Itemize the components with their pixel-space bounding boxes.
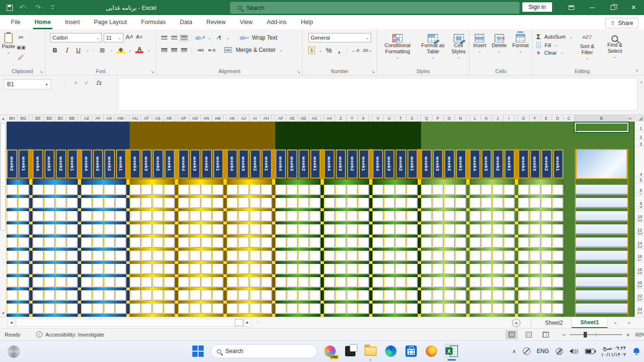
hscroll-right-icon[interactable]: ► [244,319,251,327]
week-cell[interactable]: week4 [372,149,383,179]
grid-cell[interactable] [55,304,66,314]
grid-cell[interactable] [529,290,541,301]
grid-cell[interactable] [347,290,358,301]
grid-cell[interactable] [455,185,466,195]
grid-cell[interactable] [541,224,552,235]
week-cell[interactable]: week1 [407,149,418,179]
grid-cell[interactable] [504,211,515,222]
page-layout-view-button[interactable] [522,330,535,339]
grid-cell[interactable] [55,238,66,248]
grid-cell[interactable] [421,251,432,261]
grid-cell[interactable] [406,277,418,288]
row-header[interactable]: 25 [635,312,644,315]
grid-cell[interactable] [324,304,335,314]
share-button[interactable]: ⇧Share [605,18,638,28]
grid-cell[interactable] [492,224,504,235]
grid-cell[interactable] [66,277,78,288]
tab-view[interactable]: View [233,15,260,29]
grid-cell[interactable] [287,198,298,208]
b-column-cell[interactable] [576,264,627,274]
grid-cell[interactable] [298,185,309,195]
name-box[interactable]: B1▾ [4,79,51,90]
grid-cell[interactable] [33,290,44,301]
grid-cell[interactable] [238,185,249,195]
grid-cell[interactable] [201,211,212,222]
grid-cell[interactable] [261,198,272,208]
grid-cell[interactable] [66,290,78,301]
grid-cell[interactable] [455,238,466,248]
grid-cell[interactable] [261,304,272,314]
grid-cell[interactable] [372,277,384,288]
row-header[interactable]: 16 [635,249,644,259]
copilot-button[interactable]: PRE [322,344,338,359]
grid-cell[interactable] [395,185,406,195]
week-cell[interactable]: week1 [18,149,29,179]
column-header[interactable]: O [444,115,455,122]
grid-cell[interactable] [212,290,223,301]
grid-cell[interactable] [104,264,115,274]
grid-cell[interactable] [324,198,335,208]
grid-cell[interactable] [309,198,321,208]
zoom-out-icon[interactable]: − [562,331,566,338]
week-cell[interactable]: week2 [347,149,358,179]
b-column-cell[interactable] [576,277,627,288]
grid-cell[interactable] [227,264,238,274]
b-column-cell[interactable] [576,238,627,248]
week-cell[interactable]: week3 [141,149,152,179]
grid-cell[interactable] [481,224,492,235]
week-cell[interactable]: week2 [541,149,552,179]
notifications-bell-icon[interactable] [633,347,640,355]
week-cell[interactable]: week1 [213,149,224,179]
grid-cell[interactable] [55,185,66,195]
start-button[interactable] [190,344,206,359]
zoom-level[interactable]: 60% [636,332,644,337]
grid-cell[interactable] [141,277,152,288]
grid-cell[interactable] [298,251,309,261]
grid-cell[interactable] [518,251,529,261]
grid-cell[interactable] [261,251,272,261]
grid-cell[interactable] [529,224,541,235]
font-dialog-launcher[interactable]: ↘ [150,69,154,74]
close-button[interactable]: × [623,0,644,15]
grid-cell[interactable] [335,198,347,208]
row-header[interactable]: 10 [635,209,644,220]
grid-cell[interactable] [249,198,261,208]
grid-cell[interactable] [481,198,492,208]
grid-cell[interactable] [227,198,238,208]
grid-cell[interactable] [141,290,152,301]
column-header[interactable]: AZ [81,115,92,122]
grid-cell[interactable] [275,264,287,274]
grid-cell[interactable] [335,211,347,222]
grid-cell[interactable] [432,251,444,261]
grid-cell[interactable] [358,304,369,314]
column-header[interactable]: AM [212,115,223,122]
grid-cell[interactable] [470,238,481,248]
grid-cell[interactable] [309,224,321,235]
grid-cell[interactable] [518,304,529,314]
column-header[interactable]: P [432,115,444,122]
grid-cell[interactable] [164,211,175,222]
grid-cell[interactable] [178,277,190,288]
grid-cell[interactable] [347,277,358,288]
sheet-nav-left-icon[interactable]: ◄ [613,321,617,325]
grid-cell[interactable] [432,238,444,248]
grid-cell[interactable] [44,251,55,261]
b-column-cell[interactable] [576,198,627,208]
grid-cell[interactable] [335,277,347,288]
grid-cell[interactable] [130,224,141,235]
grid-cell[interactable] [552,251,563,261]
grid-cell[interactable] [384,238,395,248]
grid-cell[interactable] [81,238,92,248]
week-cell[interactable]: week1 [116,149,127,179]
week-cell[interactable]: week4 [324,149,335,179]
align-top-icon[interactable] [161,36,167,40]
column-header[interactable] [321,115,324,122]
column-header[interactable]: AY [92,115,104,122]
column-header[interactable]: T [395,115,406,122]
find-select-button[interactable]: Find & Select⌄ [602,33,628,62]
delete-cells-button[interactable]: × Delete⌄ [490,33,509,56]
grid-cell[interactable] [287,290,298,301]
grid-cell[interactable] [227,304,238,314]
grid-cell[interactable] [115,264,126,274]
grid-cell[interactable] [152,264,164,274]
